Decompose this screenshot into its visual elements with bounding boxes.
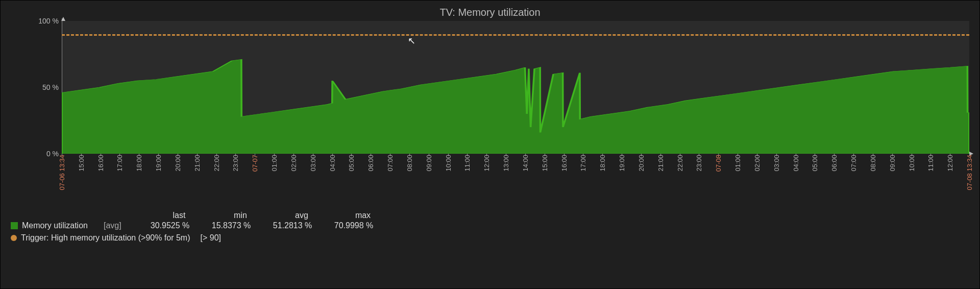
chart-title: TV: Memory utilization xyxy=(1,1,979,18)
x-tick-label: 12:00 xyxy=(946,155,954,172)
y-tick-label: 100 % xyxy=(38,17,59,25)
x-tick-label: 05:00 xyxy=(811,155,819,172)
x-tick-label: 07:00 xyxy=(850,155,857,172)
x-tick-label: 18:00 xyxy=(599,155,606,172)
x-tick-label: 22:00 xyxy=(212,155,220,172)
x-tick-label: 01:00 xyxy=(271,155,278,172)
x-tick-label: 04:00 xyxy=(792,155,799,172)
series-last: 30.9525 % xyxy=(139,221,201,230)
x-tick-label: 02:00 xyxy=(289,155,297,172)
x-tick-label: 02:00 xyxy=(753,155,761,172)
trigger-label: Trigger: High memory utilization (>90% f… xyxy=(21,233,190,243)
x-tick-label: 17:00 xyxy=(579,155,587,172)
series-min: 15.8373 % xyxy=(201,221,262,230)
x-tick-label: 08:00 xyxy=(405,155,413,172)
x-tick-label: 11:00 xyxy=(927,155,935,172)
x-tick-label: 09:00 xyxy=(425,155,432,172)
x-tick-label: 03:00 xyxy=(772,155,780,172)
x-tick-label: 01:00 xyxy=(734,155,742,172)
x-tick-label: 15:00 xyxy=(77,155,85,172)
series-name: Memory utilization xyxy=(22,221,104,230)
x-tick-label: 07:00 xyxy=(386,155,394,172)
trigger-color-swatch xyxy=(11,235,17,241)
x-tick-label: 16:00 xyxy=(96,155,104,172)
x-tick-label: 13:00 xyxy=(502,155,510,172)
series-func: [avg] xyxy=(104,221,139,230)
series-area xyxy=(62,21,969,154)
x-tick-label-boundary: 07-08 13:34 xyxy=(966,155,973,190)
y-tick-label: 0 % xyxy=(46,150,59,158)
legend-header-avg: avg xyxy=(271,211,332,220)
series-max: 70.9998 % xyxy=(323,221,384,230)
series-color-swatch xyxy=(11,222,18,229)
legend-headers: last min avg max xyxy=(149,211,394,220)
legend-header-max: max xyxy=(332,211,394,220)
x-tick-label: 10:00 xyxy=(444,155,452,172)
x-tick-label: 16:00 xyxy=(560,155,568,172)
x-tick-label: 06:00 xyxy=(367,155,375,172)
y-tick-label: 50 % xyxy=(42,83,59,91)
x-tick-label: 03:00 xyxy=(309,155,316,172)
legend-header-min: min xyxy=(210,211,271,220)
legend-row-series[interactable]: Memory utilization [avg] 30.9525 % 15.83… xyxy=(11,221,394,230)
x-tick-label: 21:00 xyxy=(656,155,664,172)
x-tick-label: 06:00 xyxy=(830,155,838,172)
y-axis-arrow-icon xyxy=(61,17,65,21)
x-tick-label: 17:00 xyxy=(116,155,124,172)
x-tick-label: 22:00 xyxy=(676,155,683,172)
x-tick-label: 10:00 xyxy=(908,155,915,172)
x-tick-label: 04:00 xyxy=(328,155,336,172)
chart-panel: TV: Memory utilization 0 %50 %100 % 07-0… xyxy=(0,0,980,289)
x-tick-label: 23:00 xyxy=(695,155,703,172)
series-avg: 51.2813 % xyxy=(262,221,323,230)
x-tick-label: 20:00 xyxy=(637,155,645,172)
x-tick-label: 18:00 xyxy=(135,155,143,172)
x-tick-label: 21:00 xyxy=(193,155,201,172)
x-tick-label: 09:00 xyxy=(888,155,896,172)
plot-area[interactable]: 0 %50 %100 % xyxy=(62,21,969,154)
trigger-condition: [> 90] xyxy=(201,233,221,243)
x-tick-label-boundary: 07-07 xyxy=(251,155,259,172)
x-tick-label: 12:00 xyxy=(483,155,491,172)
x-tick-label: 19:00 xyxy=(155,155,162,172)
x-tick-label: 23:00 xyxy=(232,155,239,172)
x-tick-label: 14:00 xyxy=(521,155,529,172)
x-tick-label: 20:00 xyxy=(174,155,181,172)
legend-header-last: last xyxy=(149,211,210,220)
legend: last min avg max Memory utilization [avg… xyxy=(11,211,394,243)
x-axis-labels: 07-06 13:3415:0016:0017:0018:0019:0020:0… xyxy=(62,155,969,201)
x-tick-label: 19:00 xyxy=(618,155,626,172)
legend-row-trigger[interactable]: Trigger: High memory utilization (>90% f… xyxy=(11,233,394,243)
x-tick-label-boundary: 07-08 xyxy=(715,155,722,172)
x-tick-label: 05:00 xyxy=(348,155,355,172)
x-tick-label-boundary: 07-06 13:34 xyxy=(58,155,66,190)
x-tick-label: 15:00 xyxy=(541,155,548,172)
x-tick-label: 11:00 xyxy=(463,155,471,172)
x-tick-label: 08:00 xyxy=(869,155,876,172)
